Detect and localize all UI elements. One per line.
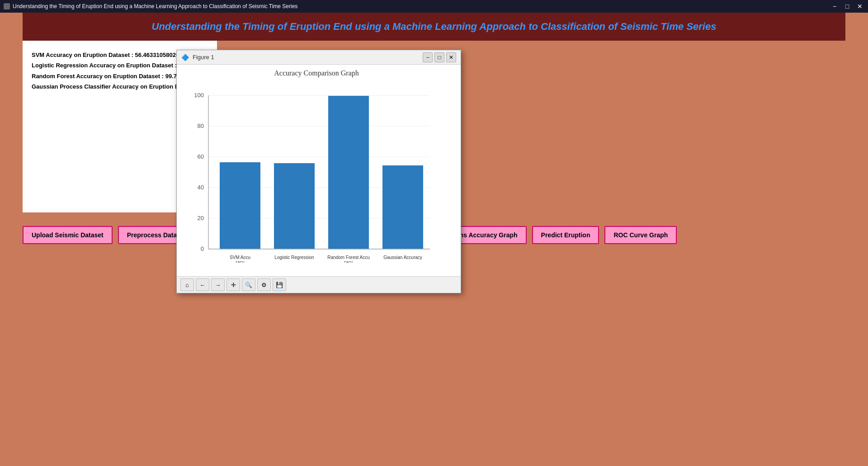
svg-text:Gaussian Accuracy: Gaussian Accuracy [383,255,422,260]
close-button[interactable]: ✕ [855,2,864,11]
toolbar-forward[interactable]: → [211,278,225,291]
figure-window-controls: − □ ✕ [423,52,456,62]
upload-button[interactable]: Upload Seismic Dataset [23,226,113,244]
svg-text:racy: racy [236,260,245,263]
os-title-text: Understanding the Timing of Eruption End… [13,3,297,9]
window-controls: − □ ✕ [830,2,864,11]
os-titlebar: Understanding the Timing of Eruption End… [0,0,868,13]
svg-text:SVM Accu: SVM Accu [230,255,250,260]
predict-button[interactable]: Predict Eruption [532,226,599,244]
svg-text:Random Forest Accu: Random Forest Accu [327,255,369,260]
app-title: Understanding the Timing of Eruption End… [31,21,837,33]
toolbar-settings[interactable]: ⚙ [257,278,271,291]
toolbar-save[interactable]: 💾 [273,278,286,291]
bar-logistic [274,163,315,249]
chart-svg-wrapper: 0 20 40 60 80 100 SVM Ac [181,82,448,272]
bar-gaussian [382,165,423,249]
toolbar-zoom[interactable]: 🔍 [242,278,255,291]
toolbar-home[interactable]: ⌂ [180,278,194,291]
figure-titlebar: 🔷 Figure 1 − □ ✕ [177,50,461,65]
svg-text:40: 40 [198,184,204,191]
chart-title: Accuracy Comparison Graph [181,69,452,77]
toolbar-back[interactable]: ← [196,278,209,291]
svg-text:80: 80 [198,122,204,129]
figure-title: Figure 1 [193,54,214,61]
svg-text:Logistic Regression: Logistic Regression [274,255,314,260]
app-icon [4,3,10,9]
svg-text:60: 60 [198,153,204,160]
svg-text:100: 100 [194,92,204,99]
figure-minimize[interactable]: − [423,52,433,62]
bar-svm [220,162,260,249]
figure-dialog: 🔷 Figure 1 − □ ✕ Accuracy Comparison Gra… [176,50,461,293]
minimize-button[interactable]: − [830,2,839,11]
figure-close[interactable]: ✕ [446,52,456,62]
maximize-button[interactable]: □ [843,2,852,11]
roc-curve-button[interactable]: ROC Curve Graph [604,226,677,244]
bar-chart: 0 20 40 60 80 100 SVM Ac [181,82,448,263]
figure-icon: 🔷 [181,54,189,61]
svg-text:20: 20 [198,215,204,221]
svg-text:racy: racy [344,260,353,263]
figure-maximize[interactable]: □ [434,52,444,62]
bar-rf [328,96,369,249]
chart-container: Accuracy Comparison Graph 0 20 40 60 [177,65,461,276]
toolbar-move[interactable]: ✛ [226,278,240,291]
app-header: Understanding the Timing of Eruption End… [23,13,845,41]
svg-text:0: 0 [201,245,204,252]
mpl-toolbar: ⌂ ← → ✛ 🔍 ⚙ 💾 [177,276,461,293]
